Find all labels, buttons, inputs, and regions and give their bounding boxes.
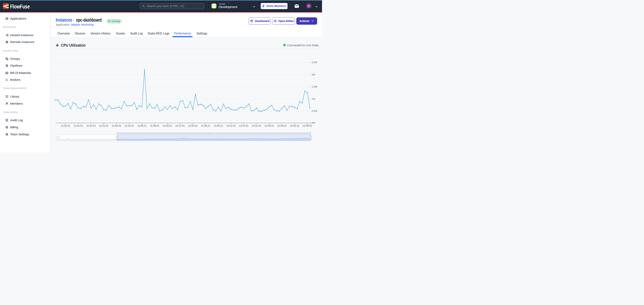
svg-text:11:56:51: 11:56:51	[162, 124, 172, 127]
svg-text:0%: 0%	[312, 122, 315, 124]
svg-text:11:53:31: 11:53:31	[112, 124, 121, 127]
svg-text:12:04:21: 12:04:21	[277, 124, 287, 127]
svg-text:11:59:21: 11:59:21	[201, 124, 210, 127]
svg-text:12:05:11: 12:05:11	[290, 124, 299, 127]
svg-text:11:56:01: 11:56:01	[150, 124, 159, 127]
svg-text:1%: 1%	[312, 97, 315, 100]
svg-text:12:00:11: 12:00:11	[214, 124, 223, 127]
svg-text:2.5%: 2.5%	[312, 61, 317, 64]
svg-text:12:01:51: 12:01:51	[239, 124, 249, 127]
svg-text:11:51:51: 11:51:51	[86, 124, 96, 127]
svg-text:12:01:01: 12:01:01	[226, 124, 236, 127]
svg-text:11:57:41: 11:57:41	[175, 124, 185, 127]
svg-text:12:03:31: 12:03:31	[264, 124, 274, 127]
svg-text:11:55:11: 11:55:11	[137, 124, 146, 127]
svg-text:11:52:41: 11:52:41	[99, 124, 108, 127]
svg-text:1.5%: 1.5%	[312, 85, 317, 88]
svg-text:2%: 2%	[312, 73, 315, 76]
svg-text:11:50:11: 11:50:11	[61, 124, 70, 127]
svg-text:0.5%: 0.5%	[312, 109, 317, 112]
svg-text:12:02:41: 12:02:41	[252, 124, 261, 127]
svg-text:12:06:01: 12:06:01	[302, 124, 312, 127]
svg-text:11:58:31: 11:58:31	[188, 124, 198, 127]
svg-text:11:54:21: 11:54:21	[124, 124, 134, 127]
svg-text:11:51:01: 11:51:01	[74, 124, 83, 127]
